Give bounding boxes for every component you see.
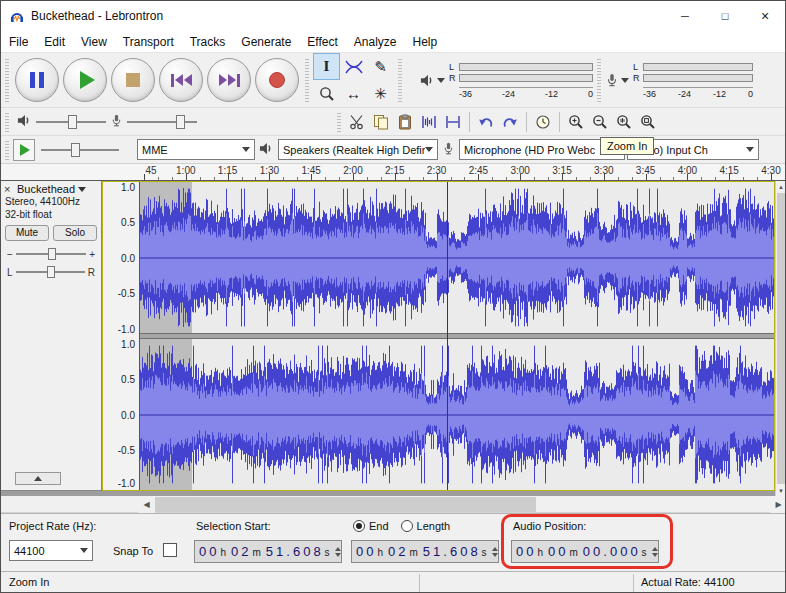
trim-audio-button[interactable] — [417, 110, 441, 134]
vertical-scroll-thumb[interactable] — [777, 193, 785, 484]
horizontal-scrollbar[interactable] — [155, 496, 770, 512]
track-area: × Buckethead Stereo, 44100Hz 32-bit floa… — [1, 181, 785, 496]
stop-button[interactable] — [111, 58, 155, 102]
fit-selection-button[interactable] — [612, 110, 636, 134]
skip-to-end-button[interactable] — [207, 58, 251, 102]
sync-lock-button[interactable] — [531, 110, 555, 134]
play-at-speed-button[interactable] — [13, 139, 35, 161]
track-control-panel[interactable]: × Buckethead Stereo, 44100Hz 32-bit floa… — [1, 181, 102, 491]
audacity-window: Buckethead - Lebrontron ─ □ × File Edit … — [0, 0, 786, 593]
toolbar-grip[interactable] — [5, 139, 9, 161]
menu-tracks[interactable]: Tracks — [182, 31, 234, 53]
paste-button[interactable] — [393, 110, 417, 134]
project-rate-select[interactable]: 44100 — [9, 540, 93, 561]
selection-tool-button[interactable]: I — [313, 53, 340, 80]
audio-host-select[interactable]: MME — [137, 139, 255, 160]
pause-button[interactable] — [15, 58, 59, 102]
menu-edit[interactable]: Edit — [36, 31, 73, 53]
tools-toolbar: I ✎ ↔ ✳ — [313, 53, 394, 107]
menu-analyze[interactable]: Analyze — [346, 31, 405, 53]
minimize-button[interactable]: ─ — [665, 1, 705, 31]
envelope-tool-button[interactable] — [340, 53, 367, 80]
end-radio[interactable] — [353, 520, 365, 532]
selection-start-time[interactable]: 00h 02m 51.608s — [194, 540, 342, 563]
record-button[interactable] — [255, 58, 299, 102]
gain-slider[interactable]: − + — [1, 243, 101, 261]
meter-scale: -36-24-120 — [459, 87, 593, 99]
menu-effect[interactable]: Effect — [299, 31, 345, 53]
meter-channel-label: R — [633, 73, 643, 83]
envelope-icon — [345, 59, 363, 75]
timeline-ruler[interactable]: 451:001:151:301:452:002:152:302:453:003:… — [1, 164, 785, 181]
draw-tool-button[interactable]: ✎ — [367, 53, 394, 80]
toolbar-grip[interactable] — [398, 58, 402, 101]
close-button[interactable]: × — [745, 1, 785, 31]
selection-end-time[interactable]: 00h 02m 51.608s — [351, 540, 499, 563]
menu-file[interactable]: File — [1, 31, 36, 53]
pan-slider[interactable]: L R — [1, 261, 101, 279]
toolbar-grip[interactable] — [5, 58, 9, 101]
scrollbar-spacer — [1, 496, 138, 512]
spinner-icon[interactable] — [650, 547, 660, 557]
stop-icon — [126, 73, 140, 87]
recording-meter[interactable]: L R -36-24-120 — [605, 62, 753, 99]
toolbar-row-1: I ✎ ↔ ✳ — [1, 53, 785, 108]
maximize-button[interactable]: □ — [705, 1, 745, 31]
playback-speed-slider[interactable] — [41, 141, 119, 159]
redo-button[interactable] — [498, 110, 522, 134]
menu-help[interactable]: Help — [405, 31, 446, 53]
amplitude-label: -0.5 — [118, 288, 135, 299]
toolbar-grip[interactable] — [5, 111, 9, 133]
track-name[interactable]: Buckethead — [17, 183, 75, 195]
skip-to-start-button[interactable] — [159, 58, 203, 102]
output-volume-slider[interactable] — [36, 113, 106, 131]
fit-project-icon — [640, 114, 656, 130]
timeline-ruler-content[interactable]: 451:001:151:301:452:002:152:302:453:003:… — [141, 164, 774, 180]
audio-position-time[interactable]: 00h 00m 00.000s — [511, 540, 659, 563]
input-volume-slider[interactable] — [127, 113, 197, 131]
copy-button[interactable] — [369, 110, 393, 134]
waveform-view[interactable] — [140, 182, 774, 490]
fit-project-button[interactable] — [636, 110, 660, 134]
amplitude-label: -1.0 — [118, 324, 135, 335]
track-close-button[interactable]: × — [4, 183, 14, 195]
menu-transport[interactable]: Transport — [115, 31, 182, 53]
snap-to-checkbox[interactable] — [163, 543, 177, 557]
toolbar-grip[interactable] — [597, 58, 601, 101]
track-collapse-button[interactable] — [15, 472, 61, 485]
toolbar-grip[interactable] — [305, 58, 309, 101]
title-bar[interactable]: Buckethead - Lebrontron ─ □ × — [1, 1, 785, 31]
timeshift-tool-button[interactable]: ↔ — [340, 80, 367, 107]
zoom-in-button[interactable] — [564, 110, 588, 134]
vertical-scrollbar[interactable]: ▲ ▼ — [775, 181, 786, 496]
separator — [469, 112, 470, 132]
cut-button[interactable] — [345, 110, 369, 134]
mute-button[interactable]: Mute — [5, 225, 49, 241]
scroll-right-button[interactable]: ▶ — [770, 496, 786, 513]
menu-view[interactable]: View — [73, 31, 115, 53]
speaker-icon — [420, 73, 435, 88]
skip-to-end-icon — [219, 74, 240, 87]
undo-button[interactable] — [474, 110, 498, 134]
menu-generate[interactable]: Generate — [233, 31, 299, 53]
horizontal-scroll-thumb[interactable] — [155, 497, 536, 512]
zoom-tool-button[interactable] — [313, 80, 340, 107]
zoom-out-button[interactable] — [588, 110, 612, 134]
waveform-canvas[interactable] — [140, 182, 774, 490]
scroll-up-icon[interactable]: ▲ — [776, 181, 786, 192]
toolbar-grip[interactable] — [337, 111, 341, 133]
spinner-icon[interactable] — [490, 547, 500, 557]
multi-tool-button[interactable]: ✳ — [367, 80, 394, 107]
silence-audio-button[interactable] — [441, 110, 465, 134]
playback-meter[interactable]: L R -36-24-120 — [420, 62, 593, 99]
vertical-ruler[interactable]: 1.00.50.0-0.5-1.01.00.50.0-0.5-1.0 — [103, 182, 140, 490]
spinner-icon[interactable] — [333, 547, 343, 557]
scroll-left-button[interactable]: ◀ — [138, 496, 155, 513]
play-button[interactable] — [63, 58, 107, 102]
output-device-select[interactable]: Speakers (Realtek High Definit — [278, 139, 438, 160]
length-radio[interactable] — [401, 520, 413, 532]
solo-button[interactable]: Solo — [53, 225, 97, 241]
track-menu-icon[interactable] — [78, 187, 86, 192]
actual-rate: Actual Rate: 44100 — [641, 576, 735, 588]
scroll-down-icon[interactable]: ▼ — [776, 485, 786, 496]
